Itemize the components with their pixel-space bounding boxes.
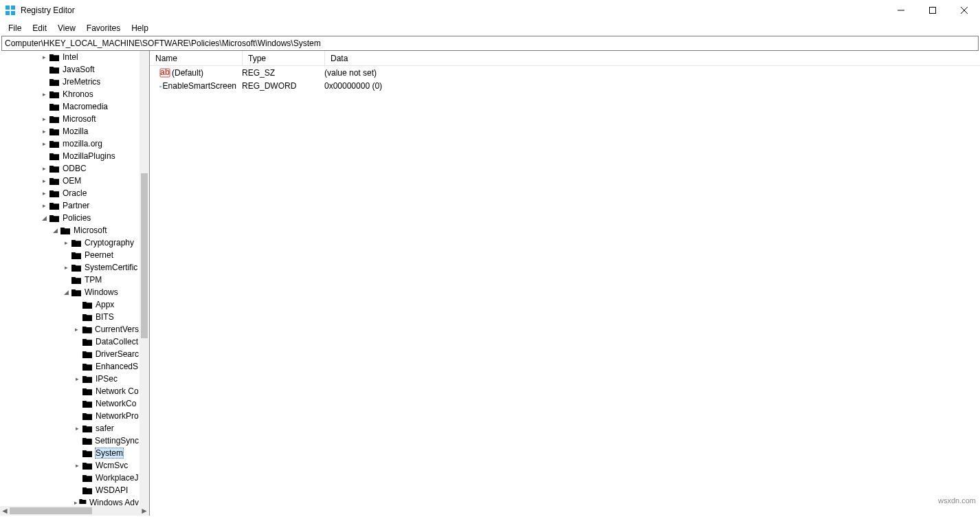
tree-item[interactable]: ▸IPSec <box>0 373 140 385</box>
tree-item[interactable]: ▸WcmSvc <box>0 459 140 472</box>
tree-item[interactable]: ◢Policies <box>0 212 140 224</box>
folder-icon <box>79 498 87 506</box>
tree-item[interactable]: ▸OEM <box>0 175 140 187</box>
tree-item[interactable]: ▸SystemCertific <box>0 261 140 274</box>
menu-favorites[interactable]: Favorites <box>81 22 126 34</box>
value-row[interactable]: EnableSmartScreenREG_DWORD0x00000000 (0) <box>150 79 980 92</box>
tree-item[interactable]: TPM <box>0 274 140 286</box>
title-bar: Registry Editor <box>0 0 980 21</box>
expand-icon[interactable]: ▸ <box>40 128 48 135</box>
folder-icon <box>82 300 93 309</box>
tree-item[interactable]: ◢Microsoft <box>0 224 140 236</box>
values-list[interactable]: (Default)REG_SZ(value not set)EnableSmar… <box>150 66 980 92</box>
scroll-left-arrow-icon[interactable]: ◄ <box>0 506 10 516</box>
expand-icon[interactable]: ▸ <box>40 165 48 172</box>
maximize-button[interactable] <box>917 0 948 21</box>
menu-view[interactable]: View <box>52 22 81 34</box>
expand-icon[interactable]: ▸ <box>73 462 81 469</box>
expand-icon[interactable]: ▸ <box>73 326 81 333</box>
tree-item[interactable]: DataCollect <box>0 336 140 348</box>
folder-icon <box>71 263 82 272</box>
scroll-track[interactable] <box>10 506 140 516</box>
column-name[interactable]: Name <box>150 54 242 63</box>
expand-icon[interactable]: ▸ <box>40 190 48 197</box>
tree-item[interactable]: ▸Windows Adv <box>0 496 140 506</box>
expand-icon[interactable]: ▸ <box>40 54 48 60</box>
tree-item[interactable]: ▸Partner <box>0 199 140 212</box>
tree-item-label: Microsoft <box>73 226 108 235</box>
tree-item[interactable]: Appx <box>0 298 140 311</box>
menu-help[interactable]: Help <box>126 22 154 34</box>
tree-item[interactable]: System <box>0 447 140 459</box>
close-button[interactable] <box>948 0 980 21</box>
expand-icon[interactable]: ▸ <box>62 264 70 271</box>
expand-icon[interactable]: ▸ <box>40 202 48 209</box>
tree-item-label: TPM <box>84 275 102 285</box>
tree-item[interactable]: Peernet <box>0 249 140 261</box>
tree-item[interactable]: ▸safer <box>0 422 140 434</box>
tree-item-label: Microsoft <box>62 114 97 124</box>
tree-item-label: Peernet <box>84 250 114 260</box>
minimize-button[interactable] <box>885 0 917 21</box>
tree-item-label: BITS <box>95 312 115 322</box>
value-row[interactable]: (Default)REG_SZ(value not set) <box>150 66 980 79</box>
expand-icon[interactable]: ▸ <box>40 116 48 122</box>
tree-item-label: SettingSync <box>94 436 140 446</box>
value-type: REG_SZ <box>236 68 319 78</box>
scroll-right-arrow-icon[interactable]: ► <box>140 506 149 516</box>
expand-icon[interactable]: ▸ <box>40 177 48 184</box>
tree-item[interactable]: MozillaPlugins <box>0 150 140 162</box>
tree-item[interactable]: WSDAPI <box>0 484 140 496</box>
tree-item[interactable]: BITS <box>0 311 140 323</box>
tree-item[interactable]: NetworkPro <box>0 410 140 422</box>
folder-icon <box>82 461 93 470</box>
tree-horizontal-scroll-thumb[interactable] <box>10 507 92 514</box>
tree-item[interactable]: ▸Intel <box>0 51 140 63</box>
expand-icon[interactable]: ▸ <box>62 239 70 246</box>
tree-item[interactable]: EnhancedS <box>0 360 140 373</box>
expand-icon[interactable]: ▸ <box>40 140 48 147</box>
expand-icon[interactable]: ▸ <box>73 425 81 432</box>
address-bar[interactable]: Computer\HKEY_LOCAL_MACHINE\SOFTWARE\Pol… <box>1 36 979 51</box>
folder-icon <box>82 473 93 483</box>
tree-item[interactable]: ▸Cryptography <box>0 236 140 249</box>
expand-icon[interactable]: ▸ <box>73 499 78 506</box>
tree-item[interactable]: SettingSync <box>0 434 140 447</box>
tree-item[interactable]: ▸mozilla.org <box>0 138 140 150</box>
tree-item[interactable]: ▸Mozilla <box>0 125 140 138</box>
folder-icon <box>82 485 93 495</box>
value-name: (Default) <box>172 68 203 78</box>
tree-item[interactable]: ▸CurrentVers <box>0 323 140 336</box>
tree-item-label: WSDAPI <box>95 485 129 495</box>
column-type[interactable]: Type <box>242 51 324 65</box>
tree-item-label: ODBC <box>62 164 87 173</box>
tree-item[interactable]: JavaSoft <box>0 63 140 76</box>
tree-item-label: Cryptography <box>84 238 135 248</box>
folder-icon <box>49 201 60 210</box>
tree-item[interactable]: WorkplaceJ <box>0 472 140 484</box>
tree-horizontal-scrollbar[interactable]: ◄ ► <box>0 506 150 516</box>
menu-edit[interactable]: Edit <box>27 22 52 34</box>
tree-item[interactable]: ◢Windows <box>0 286 140 298</box>
collapse-icon[interactable]: ◢ <box>51 227 59 234</box>
tree-vertical-scrollbar[interactable] <box>140 51 149 506</box>
expand-icon[interactable]: ▸ <box>73 375 81 382</box>
tree-item[interactable]: ▸ODBC <box>0 162 140 175</box>
tree-item[interactable]: DriverSearc <box>0 348 140 360</box>
tree-view[interactable]: ▸IntelJavaSoftJreMetrics▸KhronosMacromed… <box>0 51 140 506</box>
tree-item[interactable]: ▸Khronos <box>0 88 140 100</box>
tree-vertical-scroll-thumb[interactable] <box>141 173 148 338</box>
column-data[interactable]: Data <box>324 51 980 65</box>
collapse-icon[interactable]: ◢ <box>40 214 48 221</box>
tree-item[interactable]: JreMetrics <box>0 76 140 88</box>
expand-icon[interactable]: ▸ <box>40 91 48 98</box>
tree-item[interactable]: ▸Oracle <box>0 187 140 199</box>
tree-item[interactable]: NetworkCo <box>0 397 140 410</box>
tree-item[interactable]: ▸Microsoft <box>0 113 140 125</box>
tree-item-label: DataCollect <box>95 337 139 346</box>
tree-item[interactable]: Macromedia <box>0 100 140 113</box>
collapse-icon[interactable]: ◢ <box>62 289 70 296</box>
tree-item-label: System <box>95 448 124 459</box>
tree-item[interactable]: Network Co <box>0 385 140 397</box>
menu-file[interactable]: File <box>3 22 27 34</box>
